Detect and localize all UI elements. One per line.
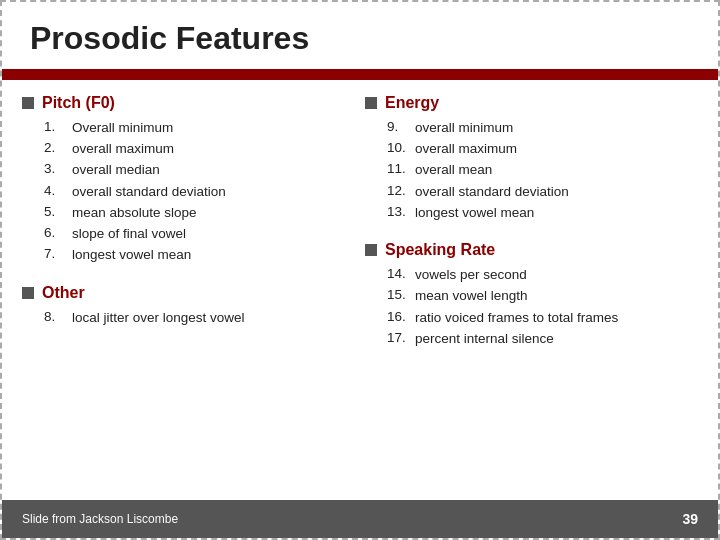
list-item: 11. overall mean — [365, 160, 698, 180]
item-text: slope of final vowel — [72, 225, 186, 243]
item-number: 17. — [387, 330, 409, 348]
item-number: 10. — [387, 140, 409, 158]
list-item: 16. ratio voiced frames to total frames — [365, 308, 698, 328]
slide-title: Prosodic Features — [30, 20, 309, 56]
section-energy-header: Energy — [365, 94, 698, 112]
item-number: 12. — [387, 183, 409, 201]
item-text: mean vowel length — [415, 287, 528, 305]
list-item: 2. overall maximum — [22, 139, 355, 159]
item-text: overall standard deviation — [72, 183, 226, 201]
list-item: 8. local jitter over longest vowel — [22, 308, 355, 328]
item-number: 4. — [44, 183, 66, 201]
section-speaking-rate: Speaking Rate 14. vowels per second 15. … — [365, 241, 698, 349]
item-text: mean absolute slope — [72, 204, 197, 222]
other-list: 8. local jitter over longest vowel — [22, 308, 355, 328]
item-text: local jitter over longest vowel — [72, 309, 245, 327]
right-column: Energy 9. overall minimum 10. overall ma… — [365, 94, 698, 528]
slide-container: Prosodic Features Pitch (F0) 1. Overall … — [0, 0, 720, 540]
item-text: overall minimum — [415, 119, 513, 137]
section-pitch: Pitch (F0) 1. Overall minimum 2. overall… — [22, 94, 355, 266]
footer-page: 39 — [682, 511, 698, 527]
list-item: 1. Overall minimum — [22, 118, 355, 138]
section-rate-header: Speaking Rate — [365, 241, 698, 259]
section-other: Other 8. local jitter over longest vowel — [22, 284, 355, 328]
item-number: 11. — [387, 161, 409, 179]
content-area: Pitch (F0) 1. Overall minimum 2. overall… — [2, 80, 718, 538]
pitch-list: 1. Overall minimum 2. overall maximum 3.… — [22, 118, 355, 266]
list-item: 4. overall standard deviation — [22, 182, 355, 202]
list-item: 14. vowels per second — [365, 265, 698, 285]
item-number: 8. — [44, 309, 66, 327]
bullet-icon — [22, 97, 34, 109]
left-column: Pitch (F0) 1. Overall minimum 2. overall… — [22, 94, 355, 528]
list-item: 17. percent internal silence — [365, 329, 698, 349]
list-item: 9. overall minimum — [365, 118, 698, 138]
section-other-header: Other — [22, 284, 355, 302]
title-area: Prosodic Features — [2, 2, 718, 73]
footer: Slide from Jackson Liscombe 39 — [2, 500, 718, 538]
item-text: vowels per second — [415, 266, 527, 284]
section-energy: Energy 9. overall minimum 10. overall ma… — [365, 94, 698, 223]
item-text: overall median — [72, 161, 160, 179]
section-pitch-title: Pitch (F0) — [42, 94, 115, 112]
item-text: ratio voiced frames to total frames — [415, 309, 618, 327]
item-text: Overall minimum — [72, 119, 173, 137]
red-bar — [2, 73, 718, 80]
list-item: 5. mean absolute slope — [22, 203, 355, 223]
bullet-icon — [365, 244, 377, 256]
item-number: 7. — [44, 246, 66, 264]
list-item: 6. slope of final vowel — [22, 224, 355, 244]
bullet-icon — [365, 97, 377, 109]
item-number: 2. — [44, 140, 66, 158]
list-item: 13. longest vowel mean — [365, 203, 698, 223]
item-text: overall maximum — [72, 140, 174, 158]
item-number: 13. — [387, 204, 409, 222]
list-item: 15. mean vowel length — [365, 286, 698, 306]
item-number: 3. — [44, 161, 66, 179]
list-item: 10. overall maximum — [365, 139, 698, 159]
section-pitch-header: Pitch (F0) — [22, 94, 355, 112]
item-number: 5. — [44, 204, 66, 222]
item-text: overall mean — [415, 161, 492, 179]
item-text: percent internal silence — [415, 330, 554, 348]
item-number: 9. — [387, 119, 409, 137]
section-rate-title: Speaking Rate — [385, 241, 495, 259]
item-text: overall standard deviation — [415, 183, 569, 201]
item-text: overall maximum — [415, 140, 517, 158]
item-text: longest vowel mean — [72, 246, 191, 264]
rate-list: 14. vowels per second 15. mean vowel len… — [365, 265, 698, 349]
energy-list: 9. overall minimum 10. overall maximum 1… — [365, 118, 698, 223]
list-item: 3. overall median — [22, 160, 355, 180]
item-number: 14. — [387, 266, 409, 284]
list-item: 7. longest vowel mean — [22, 245, 355, 265]
bullet-icon — [22, 287, 34, 299]
item-text: longest vowel mean — [415, 204, 534, 222]
item-number: 1. — [44, 119, 66, 137]
section-other-title: Other — [42, 284, 85, 302]
item-number: 15. — [387, 287, 409, 305]
item-number: 6. — [44, 225, 66, 243]
item-number: 16. — [387, 309, 409, 327]
footer-label: Slide from Jackson Liscombe — [22, 512, 178, 526]
section-energy-title: Energy — [385, 94, 439, 112]
list-item: 12. overall standard deviation — [365, 182, 698, 202]
